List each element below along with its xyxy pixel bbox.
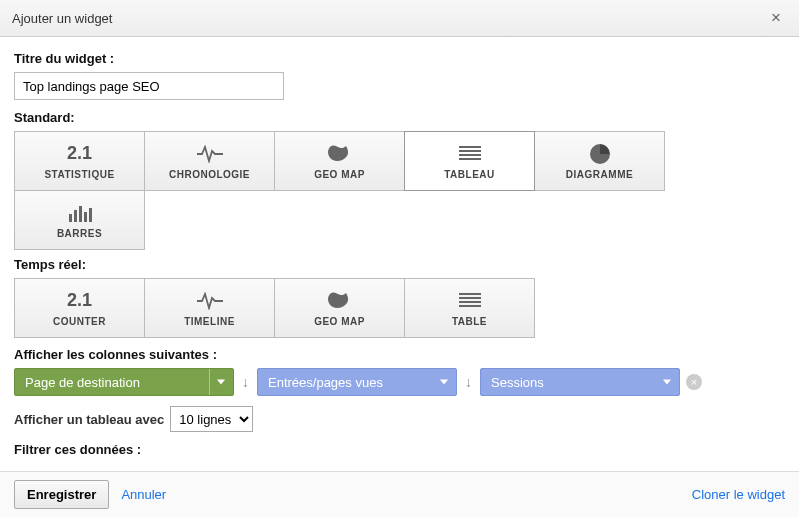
type-geo2[interactable]: GEO MAP (274, 278, 405, 338)
svg-rect-9 (459, 293, 481, 295)
svg-rect-11 (459, 301, 481, 303)
pulse-icon (196, 143, 224, 165)
cancel-link[interactable]: Annuler (121, 487, 166, 502)
type-chrono[interactable]: CHRONOLOGIE (144, 131, 275, 191)
bars-icon (68, 202, 92, 224)
svg-rect-4 (69, 214, 72, 222)
pulse-icon (196, 290, 224, 312)
arrow-down-icon: ↓ (240, 374, 251, 390)
svg-rect-10 (459, 297, 481, 299)
widget-title-input[interactable] (14, 72, 284, 100)
table-icon (459, 290, 481, 312)
columns-label: Afficher les colonnes suivantes : (14, 347, 785, 362)
type-stat[interactable]: 2.1STATISTIQUE (14, 131, 145, 191)
svg-rect-5 (74, 210, 77, 222)
arrow-down-icon: ↓ (463, 374, 474, 390)
widget-title-label: Titre du widget : (14, 51, 785, 66)
type-bar[interactable]: BARRES (14, 190, 145, 250)
standard-label: Standard: (14, 110, 785, 125)
num-icon: 2.1 (67, 290, 92, 312)
metric1-label: Entrées/pages vues (268, 375, 383, 390)
metric2-label: Sessions (491, 375, 544, 390)
save-button[interactable]: Enregistrer (14, 480, 109, 509)
dialog-title: Ajouter un widget (12, 11, 112, 26)
close-icon[interactable]: × (765, 8, 787, 28)
type-table[interactable]: TABLEAU (404, 131, 535, 191)
dimension-picker-label: Page de destination (25, 375, 140, 390)
type-geo[interactable]: GEO MAP (274, 131, 405, 191)
table-icon (459, 143, 481, 165)
metric2-picker[interactable]: Sessions (480, 368, 680, 396)
num-icon: 2.1 (67, 143, 92, 165)
type-table2[interactable]: TABLE (404, 278, 535, 338)
realtime-type-grid: 2.1COUNTERTIMELINEGEO MAPTABLE (14, 278, 785, 337)
metric1-picker[interactable]: Entrées/pages vues (257, 368, 457, 396)
standard-type-grid: 2.1STATISTIQUECHRONOLOGIEGEO MAPTABLEAUD… (14, 131, 785, 249)
pie-icon (590, 143, 610, 165)
rows-row: Afficher un tableau avec 10 lignes (14, 406, 785, 432)
dimension-picker[interactable]: Page de destination (14, 368, 234, 396)
geo-icon (327, 290, 353, 312)
svg-rect-6 (79, 206, 82, 222)
type-pie[interactable]: DIAGRAMME (534, 131, 665, 191)
rows-label: Afficher un tableau avec (14, 412, 164, 427)
dialog-footer: Enregistrer Annuler Cloner le widget (0, 471, 799, 517)
geo-icon (327, 143, 353, 165)
filter-label: Filtrer ces données : (14, 442, 785, 457)
type-timeline[interactable]: TIMELINE (144, 278, 275, 338)
svg-rect-2 (459, 154, 481, 156)
svg-rect-7 (84, 212, 87, 222)
svg-rect-0 (459, 146, 481, 148)
svg-rect-8 (89, 208, 92, 222)
dialog-content: Titre du widget : Standard: 2.1STATISTIQ… (0, 37, 799, 457)
realtime-label: Temps réel: (14, 257, 785, 272)
svg-rect-12 (459, 305, 481, 307)
clone-widget-link[interactable]: Cloner le widget (692, 487, 785, 502)
dialog-header: Ajouter un widget × (0, 0, 799, 37)
columns-row: Page de destination ↓ Entrées/pages vues… (14, 368, 785, 396)
type-counter[interactable]: 2.1COUNTER (14, 278, 145, 338)
svg-rect-1 (459, 150, 481, 152)
rows-select[interactable]: 10 lignes (170, 406, 253, 432)
svg-rect-3 (459, 158, 481, 160)
remove-metric-icon[interactable]: × (686, 374, 702, 390)
